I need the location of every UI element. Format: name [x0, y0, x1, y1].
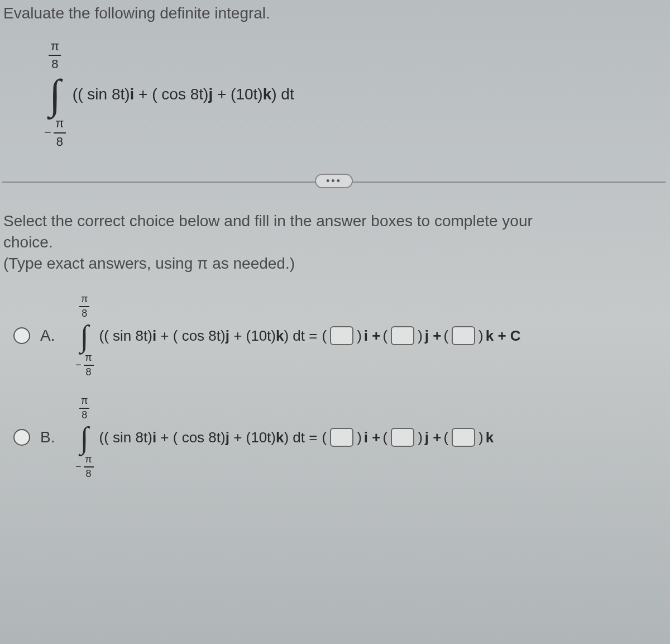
integral-display: π 8 ∫ − π 8 (( sin 8t)i + ( cos 8t)j + (…: [44, 39, 666, 149]
integral-symbol: ∫: [49, 75, 61, 113]
choice-a-integral: π 8 ∫ − π 8 (( sin 8t)i + ( cos 8t)j + (…: [75, 293, 521, 378]
vector-k: k: [263, 85, 272, 103]
lower-limit-den: 8: [56, 135, 63, 149]
integral-limits: π 8 ∫ − π 8: [44, 39, 66, 149]
choice-b-row: B. π 8 ∫ − π 8 ((: [2, 395, 666, 480]
lower-limit-num: π: [55, 116, 64, 131]
answer-box-a-k[interactable]: [452, 326, 475, 345]
choice-b-answer: ()i + ()j + ()k: [322, 428, 494, 447]
lower-limit-minus: −: [44, 125, 51, 140]
choice-b-label: B.: [40, 428, 60, 446]
integrand-expression: (( sin 8t)i + ( cos 8t)j + (10t)k) dt: [73, 85, 294, 103]
radio-choice-b[interactable]: [13, 429, 30, 446]
choice-a-label: A.: [40, 327, 60, 345]
choice-a-row: A. π 8 ∫ − π 8 ((: [2, 293, 666, 378]
choice-b-expression: (( sin 8t)i + ( cos 8t)j + (10t)k) dt =: [99, 429, 318, 446]
upper-limit: π 8: [49, 39, 61, 72]
answer-box-b-j[interactable]: [391, 428, 414, 447]
instructions: Select the correct choice below and fill…: [2, 211, 666, 274]
upper-limit-num: π: [51, 39, 59, 54]
answer-box-a-j[interactable]: [391, 326, 414, 345]
radio-choice-a[interactable]: [13, 327, 30, 344]
upper-limit-den: 8: [51, 57, 58, 71]
answer-box-b-i[interactable]: [330, 428, 353, 447]
lower-limit: − π 8: [44, 116, 66, 149]
expand-button[interactable]: •••: [315, 174, 353, 188]
choice-a-answer: ()i + ()j + ()k + C: [322, 326, 520, 345]
answer-box-b-k[interactable]: [452, 428, 475, 447]
choice-a-expression: (( sin 8t)i + ( cos 8t)j + (10t)k) dt =: [99, 327, 318, 345]
choice-b-integral: π 8 ∫ − π 8 (( sin 8t)i + ( cos 8t)j + (…: [75, 395, 494, 480]
answer-box-a-i[interactable]: [330, 326, 353, 345]
section-divider: •••: [2, 171, 666, 194]
question-prompt: Evaluate the following definite integral…: [2, 4, 666, 22]
